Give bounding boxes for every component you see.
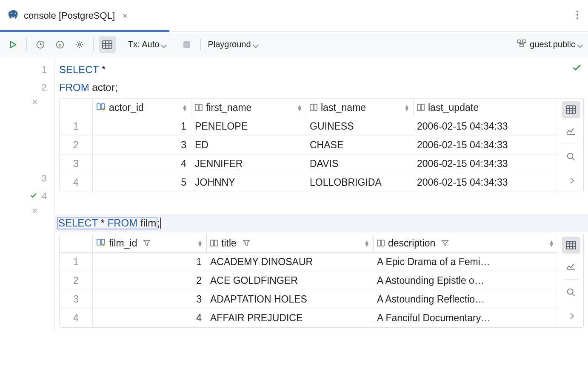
cell-last-name[interactable]: GUINESS	[306, 117, 414, 136]
table-row[interactable]: 22ACE GOLDFINGERA Astounding Epistle o…	[60, 272, 558, 290]
svg-point-45	[567, 289, 573, 294]
table-view-icon[interactable]	[562, 101, 580, 118]
table-view-icon[interactable]	[562, 237, 580, 254]
table-row[interactable]: 44AFFAIR PREJUDICEA Fanciful Documentary…	[60, 309, 558, 327]
more-icon[interactable]	[562, 308, 580, 325]
code-line[interactable]	[55, 196, 588, 214]
column-header-first-name[interactable]: first_name ▲▼	[191, 99, 306, 117]
cell-last-update[interactable]: 2006-02-15 04:34:33	[414, 173, 558, 192]
filter-icon[interactable]	[243, 238, 250, 249]
cell-film-id[interactable]: 2	[93, 272, 207, 290]
cell-title[interactable]: AFFAIR PREJUDICE	[207, 309, 374, 327]
cell-last-update[interactable]: 2006-02-15 04:34:33	[414, 155, 558, 173]
search-icon[interactable]	[562, 284, 580, 301]
table-row[interactable]: 45JOHNNYLOLLOBRIGIDA2006-02-15 04:34:33	[60, 173, 558, 192]
cell-actor-id[interactable]: 3	[93, 136, 191, 154]
code-line[interactable]: SELECT * FROM film ;	[55, 214, 588, 232]
column-header-actor-id[interactable]: actor_id ▲▼	[93, 99, 191, 117]
chevron-down-icon	[161, 42, 167, 48]
playground-dropdown[interactable]: Playground	[206, 40, 259, 49]
in-editor-results-icon[interactable]	[99, 36, 116, 53]
cell-title[interactable]: ACE GOLDFINGER	[207, 272, 374, 290]
column-icon	[195, 102, 203, 113]
svg-rect-23	[314, 105, 317, 110]
sort-icon[interactable]: ▲▼	[182, 105, 188, 111]
svg-rect-39	[381, 240, 384, 246]
column-header-description[interactable]: description ▲▼	[374, 234, 558, 252]
cell-actor-id[interactable]: 1	[93, 117, 191, 136]
sort-icon[interactable]: ▲▼	[364, 241, 370, 246]
close-result-icon[interactable]: ×	[32, 205, 37, 216]
close-result-icon[interactable]: ×	[32, 96, 37, 108]
cell-actor-id[interactable]: 5	[93, 173, 191, 192]
parameters-icon[interactable]: p	[51, 36, 69, 53]
table-row[interactable]: 34JENNIFERDAVIS2006-02-15 04:34:33	[60, 155, 558, 173]
cell-last-name[interactable]: CHASE	[306, 136, 414, 154]
svg-rect-26	[566, 106, 576, 113]
run-button[interactable]	[4, 36, 21, 53]
sort-icon[interactable]: ▲▼	[404, 105, 410, 111]
history-icon[interactable]	[32, 36, 49, 53]
cell-last-update[interactable]: 2006-02-15 04:34:33	[414, 117, 558, 136]
tab-console[interactable]: console [PostgreSQL] ×	[0, 0, 139, 31]
sort-icon[interactable]: ▲▼	[297, 105, 303, 111]
cell-title[interactable]: ADAPTATION HOLES	[207, 290, 374, 308]
schema-label: guest.public	[530, 40, 575, 49]
table-row[interactable]: 33ADAPTATION HOLESA Astounding Reflectio…	[60, 290, 558, 309]
pk-column-icon	[96, 102, 106, 113]
cell-last-update[interactable]: 2006-02-15 04:34:33	[414, 136, 558, 154]
chart-view-icon[interactable]	[562, 122, 580, 139]
cell-first-name[interactable]: ED	[191, 136, 306, 154]
tab-menu-kebab-icon[interactable]	[567, 10, 588, 22]
table-row[interactable]: 11PENELOPEGUINESS2006-02-15 04:34:33	[60, 117, 558, 136]
schema-dropdown[interactable]: guest.public	[515, 40, 584, 49]
row-number: 4	[60, 309, 93, 327]
cell-description[interactable]: A Fanciful Documentary…	[374, 309, 558, 327]
code-line[interactable]: SELECT *	[55, 61, 588, 79]
cell-description[interactable]: A Astounding Reflectio…	[374, 290, 558, 308]
svg-line-32	[572, 158, 574, 161]
table-row[interactable]: 11ACADEMY DINOSAURA Epic Drama of a Femi…	[60, 253, 558, 272]
code-area[interactable]: SELECT * FROM actor; actor_id ▲▼ first_n…	[54, 57, 588, 332]
filter-icon[interactable]	[143, 238, 151, 249]
search-icon[interactable]	[562, 148, 580, 165]
more-icon[interactable]	[562, 172, 580, 189]
row-number-header[interactable]	[60, 99, 93, 117]
sql-editor: 1 2 × 3 4 × SELECT * FROM actor;	[0, 57, 588, 332]
svg-rect-36	[211, 240, 214, 246]
stop-button[interactable]	[178, 36, 195, 53]
sort-icon[interactable]: ▲▼	[197, 241, 203, 246]
code-line[interactable]: FROM actor;	[55, 79, 588, 96]
svg-point-35	[102, 243, 105, 246]
table-row[interactable]: 23EDCHASE2006-02-15 04:34:33	[60, 136, 558, 155]
column-header-last-name[interactable]: last_name ▲▼	[306, 99, 414, 117]
column-header-film-id[interactable]: film_id ▲▼	[93, 234, 207, 252]
row-number-header[interactable]	[60, 234, 93, 252]
filter-icon[interactable]	[441, 238, 449, 249]
column-icon	[310, 102, 317, 113]
cell-last-name[interactable]: DAVIS	[306, 155, 414, 173]
settings-icon[interactable]	[71, 36, 88, 53]
cell-title[interactable]: ACADEMY DINOSAUR	[207, 253, 374, 271]
cell-first-name[interactable]: JOHNNY	[191, 173, 306, 192]
result-grid-actor: actor_id ▲▼ first_name ▲▼ last_name ▲▼	[59, 98, 584, 192]
cell-first-name[interactable]: JENNIFER	[191, 155, 306, 173]
sort-icon[interactable]: ▲▼	[548, 241, 554, 246]
chart-view-icon[interactable]	[562, 258, 580, 275]
cell-actor-id[interactable]: 4	[93, 155, 191, 173]
pk-column-icon	[96, 238, 106, 249]
schema-icon	[517, 40, 526, 49]
tx-mode-dropdown[interactable]: Tx: Auto	[126, 40, 168, 49]
result-side-tools	[558, 99, 583, 192]
cell-film-id[interactable]: 1	[93, 253, 207, 271]
cell-film-id[interactable]: 4	[93, 309, 207, 327]
cell-first-name[interactable]: PENELOPE	[191, 117, 306, 136]
column-header-last-update[interactable]: last_update	[414, 99, 558, 117]
cell-last-name[interactable]: LOLLOBRIGIDA	[306, 173, 414, 192]
cell-film-id[interactable]: 3	[93, 290, 207, 308]
cell-description[interactable]: A Epic Drama of a Femi…	[374, 253, 558, 271]
close-icon[interactable]: ×	[119, 11, 131, 21]
row-number: 4	[60, 173, 93, 192]
column-header-title[interactable]: title ▲▼	[207, 234, 374, 252]
cell-description[interactable]: A Astounding Epistle o…	[374, 272, 558, 290]
